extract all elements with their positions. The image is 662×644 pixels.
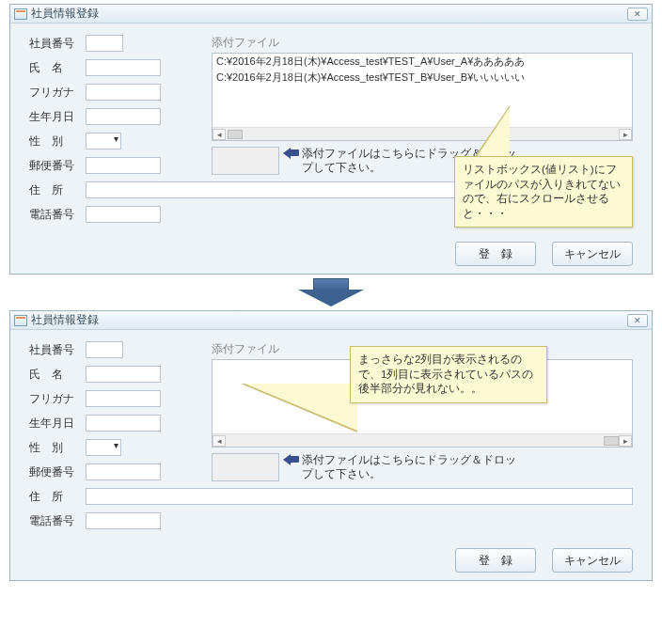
postal-input[interactable] bbox=[86, 463, 161, 480]
register-button[interactable]: 登 録 bbox=[455, 242, 536, 266]
label-emp-no: 社員番号 bbox=[29, 342, 86, 358]
scroll-right-icon[interactable]: ▸ bbox=[619, 129, 632, 140]
cancel-button[interactable]: キャンセル bbox=[552, 548, 633, 573]
close-button[interactable]: ✕ bbox=[627, 314, 648, 327]
emp-no-input[interactable] bbox=[86, 341, 123, 358]
titlebar: 社員情報登録 ✕ bbox=[10, 311, 652, 330]
label-attach: 添付ファイル bbox=[212, 35, 633, 51]
scroll-thumb[interactable] bbox=[604, 436, 619, 446]
list-item[interactable]: C:¥2016年2月18日(木)¥Access_test¥TEST_A¥User… bbox=[213, 54, 632, 70]
kana-input[interactable] bbox=[86, 390, 161, 407]
scroll-left-icon[interactable]: ◂ bbox=[213, 435, 226, 447]
label-sex: 性 別 bbox=[29, 440, 86, 456]
label-address: 住 所 bbox=[29, 489, 86, 505]
scroll-left-icon[interactable]: ◂ bbox=[213, 129, 226, 140]
postal-input[interactable] bbox=[86, 157, 161, 174]
name-input[interactable] bbox=[86, 59, 161, 76]
form-body: 社員番号 氏 名 フリガナ 生年月日 性 別 郵便番号 添付ファイル C:¥20… bbox=[10, 24, 652, 281]
birth-input[interactable] bbox=[86, 108, 161, 125]
label-sex: 性 別 bbox=[29, 134, 86, 149]
label-birth: 生年月日 bbox=[29, 109, 86, 125]
register-button[interactable]: 登 録 bbox=[455, 548, 536, 573]
label-postal: 郵便番号 bbox=[29, 158, 86, 174]
left-arrow-icon bbox=[283, 453, 300, 466]
window-title: 社員情報登録 bbox=[31, 6, 627, 22]
kana-input[interactable] bbox=[86, 84, 161, 101]
label-kana: フリガナ bbox=[29, 85, 86, 101]
employee-form-window-before: 社員情報登録 ✕ 社員番号 氏 名 フリガナ 生年月日 性 別 郵便番号 添付フ… bbox=[9, 4, 653, 275]
scroll-right-icon[interactable]: ▸ bbox=[619, 435, 632, 447]
label-address: 住 所 bbox=[29, 182, 86, 198]
attachments-listbox[interactable]: C:¥2016年2月18日(木)¥Access_test¥TEST_A¥User… bbox=[212, 53, 633, 141]
employee-form-window-after: 社員情報登録 ✕ 社員番号 氏 名 フリガナ 生年月日 性 別 郵便番号 添付フ… bbox=[9, 310, 653, 581]
horizontal-scrollbar[interactable]: ◂ ▸ bbox=[213, 433, 632, 447]
window-title: 社員情報登録 bbox=[31, 312, 627, 328]
sex-select[interactable] bbox=[86, 439, 121, 456]
form-icon bbox=[14, 315, 27, 326]
down-arrow-icon bbox=[298, 278, 364, 306]
sex-select[interactable] bbox=[86, 133, 121, 149]
phone-input[interactable] bbox=[86, 512, 161, 529]
cancel-button[interactable]: キャンセル bbox=[552, 242, 633, 266]
label-emp-no: 社員番号 bbox=[29, 36, 86, 52]
callout-lower: まっさらな2列目が表示されるので、1列目に表示されているパスの後半部分が見れない… bbox=[350, 346, 547, 403]
list-item[interactable]: C:¥2016年2月18日(木)¥Access_test¥TEST_B¥User… bbox=[213, 70, 632, 86]
left-arrow-icon bbox=[283, 147, 300, 160]
label-birth: 生年月日 bbox=[29, 416, 86, 432]
label-name: 氏 名 bbox=[29, 60, 86, 76]
drop-target[interactable] bbox=[212, 147, 279, 175]
close-button[interactable]: ✕ bbox=[627, 8, 648, 21]
label-phone: 電話番号 bbox=[29, 513, 86, 529]
name-input[interactable] bbox=[86, 366, 161, 383]
label-kana: フリガナ bbox=[29, 391, 86, 407]
phone-input[interactable] bbox=[86, 206, 161, 223]
emp-no-input[interactable] bbox=[86, 35, 123, 52]
drop-instruction: 添付ファイルはこちらにドラッグ＆ドロップして下さい。 bbox=[279, 453, 518, 481]
scroll-thumb[interactable] bbox=[228, 130, 243, 139]
drop-target[interactable] bbox=[212, 453, 279, 481]
callout-upper: リストボックス(値リスト)にファイルのパスが入りきれてないので、右にスクロールさ… bbox=[454, 156, 633, 228]
label-phone: 電話番号 bbox=[29, 207, 86, 223]
form-icon bbox=[14, 8, 27, 20]
horizontal-scrollbar[interactable]: ◂ ▸ bbox=[213, 127, 632, 140]
label-postal: 郵便番号 bbox=[29, 464, 86, 480]
form-body: 社員番号 氏 名 フリガナ 生年月日 性 別 郵便番号 添付ファイル ◂ bbox=[10, 330, 652, 585]
drop-text: 添付ファイルはこちらにドラッグ＆ドロップして下さい。 bbox=[302, 453, 518, 481]
titlebar: 社員情報登録 ✕ bbox=[10, 5, 652, 24]
birth-input[interactable] bbox=[86, 415, 161, 432]
address-input[interactable] bbox=[86, 488, 633, 505]
label-name: 氏 名 bbox=[29, 367, 86, 383]
